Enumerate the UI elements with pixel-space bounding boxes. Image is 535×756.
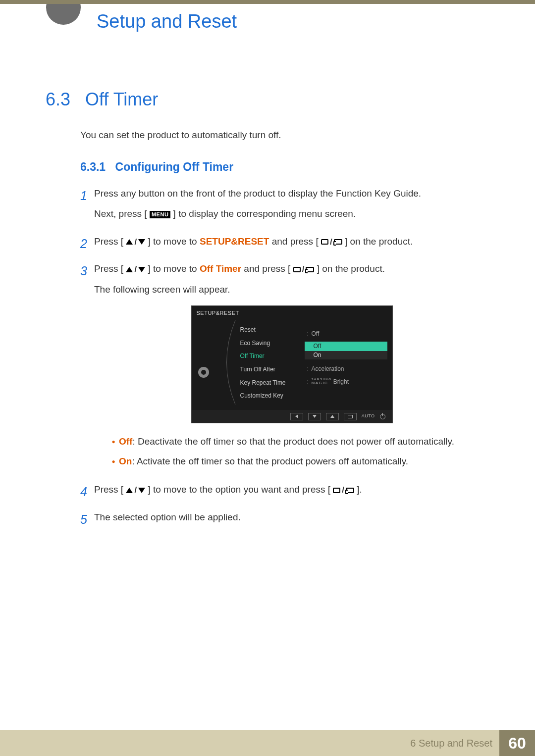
step-2: 2 Press [ / ] to move to SETUP&RESET and… (80, 234, 489, 254)
osd-item-key-repeat: Key Repeat Time (240, 376, 305, 390)
osd-item-off-timer: Off Timer (240, 350, 305, 363)
step-number: 1 (80, 186, 94, 227)
bullet-off-label: Off (119, 436, 132, 447)
chapter-badge (46, 4, 81, 31)
step-1: 1 Press any button on the front of the p… (80, 186, 489, 227)
osd-item-custom-key: Customized Key (240, 389, 305, 403)
text-fragment: ] on the product. (317, 263, 385, 274)
step-3: 3 Press [ / ] to move to Off Timer and p… (80, 261, 489, 475)
osd-nav-enter-icon (344, 413, 357, 420)
subsection-heading: 6.3.1 Configuring Off Timer (80, 160, 489, 174)
text-fragment: Press [ (94, 263, 123, 274)
step-5: 5 The selected option will be applied. (80, 510, 489, 530)
step-number: 3 (80, 261, 94, 475)
osd-nav-up-icon (326, 413, 339, 420)
source-enter-icon: / (321, 236, 342, 249)
osd-value-custom-key: SAMSUNGMAGIC Bright (312, 377, 349, 387)
osd-menu-values: :Off Off On :Acceleration : SAMSUNGMAGIC… (305, 322, 392, 403)
osd-nav-left-icon (290, 413, 303, 420)
step-4: 4 Press [ / ] to move to the option you … (80, 482, 489, 503)
bullet-dot-icon: ● (108, 434, 119, 449)
top-accent-bar (0, 0, 535, 4)
text-fragment: ] to move to the option you want and pre… (148, 484, 330, 495)
bullet-dot-icon: ● (108, 454, 119, 468)
text-fragment: ] to display the corresponding menu scre… (173, 208, 356, 219)
osd-nav-down-icon (308, 413, 321, 420)
text-fragment: Press [ (94, 236, 123, 247)
osd-footer-buttons: AUTO (192, 410, 392, 423)
text-fragment: ] to move to (148, 263, 200, 274)
up-down-arrows-icon: / (126, 484, 145, 497)
osd-item-turn-off-after: Turn Off After (240, 363, 305, 376)
text-fragment: ] on the product. (345, 236, 413, 247)
osd-icon-column (192, 322, 215, 403)
step-number: 5 (80, 510, 94, 530)
bullet-on: ● On: Activate the off timer so that the… (108, 454, 489, 468)
emphasis-off-timer: Off Timer (200, 263, 241, 274)
bullet-on-text: : Activate the off timer so that the pro… (132, 456, 408, 466)
bullet-off-text: : Deactivate the off timer so that the p… (132, 436, 454, 447)
text-fragment: and press [ (244, 263, 290, 274)
page-content: 6.3 Off Timer You can set the product to… (46, 89, 489, 537)
osd-item-eco: Eco Saving (240, 337, 305, 350)
text-fragment: ]. (357, 484, 362, 495)
menu-button-icon: MENU (150, 211, 170, 218)
up-down-arrows-icon: / (126, 263, 145, 276)
step-5-text: The selected option will be applied. (94, 510, 489, 524)
subsection-title: Configuring Off Timer (115, 160, 234, 173)
footer-page-number: 60 (499, 730, 535, 756)
section-intro: You can set the product to automatically… (80, 130, 489, 141)
osd-auto-label: AUTO (362, 413, 375, 420)
section-number: 6.3 (46, 89, 80, 110)
up-down-arrows-icon: / (126, 236, 145, 249)
osd-highlight-option: On (305, 351, 387, 359)
footer-chapter-label: 6 Setup and Reset (410, 738, 492, 749)
option-bullets: ● Off: Deactivate the off timer so that … (108, 434, 489, 468)
step-1-line-2: Next, press [ MENU ] to display the corr… (94, 206, 489, 221)
step-3-line-2: The following screen will appear. (94, 282, 489, 297)
text-fragment: and press [ (272, 236, 319, 247)
subsection-number: 6.3.1 (80, 160, 106, 174)
osd-value-eco: Off (312, 329, 320, 339)
chapter-title: Setup and Reset (97, 11, 237, 32)
osd-item-reset: Reset (240, 323, 305, 337)
page-footer: 6 Setup and Reset 60 (0, 730, 535, 756)
osd-arc-divider (215, 322, 240, 403)
section-title: Off Timer (80, 89, 158, 110)
gear-icon (198, 367, 209, 378)
bullet-off: ● Off: Deactivate the off timer so that … (108, 434, 489, 449)
power-icon (380, 414, 385, 419)
osd-highlight-selected: Off (305, 342, 387, 351)
text-fragment: Next, press [ (94, 208, 147, 219)
osd-menu-labels: Reset Eco Saving Off Timer Turn Off Afte… (240, 322, 305, 403)
osd-title: SETUP&RESET (192, 306, 392, 320)
section-heading: 6.3 Off Timer (46, 89, 489, 110)
step-number: 4 (80, 482, 94, 503)
steps-list: 1 Press any button on the front of the p… (80, 186, 489, 530)
osd-screenshot: SETUP&RESET Reset Eco Saving (191, 305, 393, 423)
step-1-line-1: Press any button on the front of the pro… (94, 186, 489, 201)
source-enter-icon: / (333, 484, 354, 497)
osd-value-key-repeat: Acceleration (312, 364, 344, 374)
text-fragment: ] to move to (148, 236, 200, 247)
text-fragment: Press [ (94, 484, 123, 495)
emphasis-setup-reset: SETUP&RESET (200, 236, 269, 247)
source-enter-icon: / (293, 263, 315, 276)
bullet-on-label: On (119, 456, 132, 466)
step-number: 2 (80, 234, 94, 254)
